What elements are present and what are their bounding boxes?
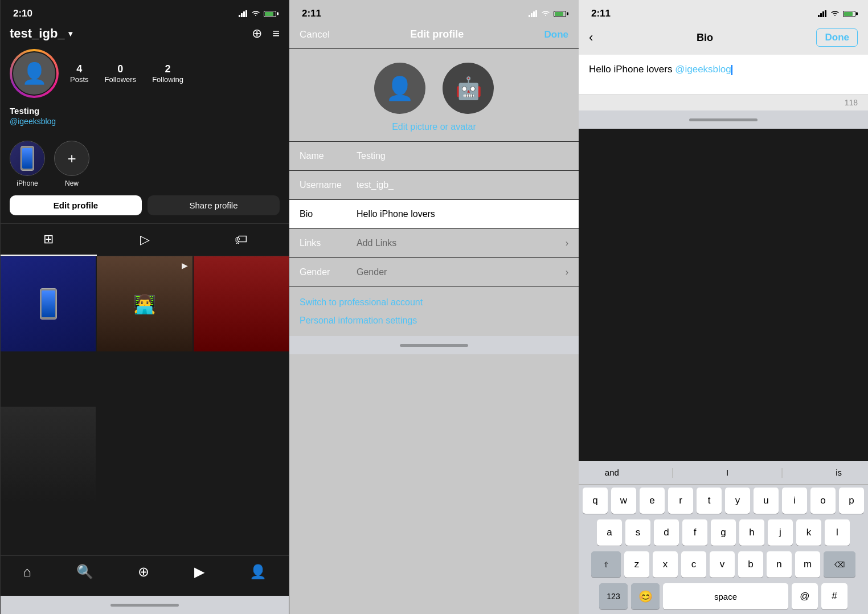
key-l[interactable]: l: [825, 519, 850, 546]
edit-field-bio[interactable]: Bio Hello iPhone lovers: [289, 200, 579, 229]
key-t[interactable]: t: [697, 488, 722, 514]
bio-mention-text: @igeeksblog: [675, 64, 731, 75]
suggestion-i[interactable]: I: [726, 468, 728, 477]
edit-avatar-section: 👤 🤖 Edit picture or avatar: [289, 49, 579, 142]
grid-post-4[interactable]: [1, 407, 96, 502]
battery-icon-1: [264, 11, 276, 17]
suggestion-is[interactable]: is: [836, 468, 842, 477]
field-placeholder-links: Add Links: [357, 238, 566, 248]
wifi-icon-1: [251, 10, 260, 17]
space-key[interactable]: space: [663, 583, 788, 609]
key-d[interactable]: d: [654, 519, 679, 546]
key-y[interactable]: y: [725, 488, 750, 514]
key-f[interactable]: f: [682, 519, 707, 546]
suggestion-and[interactable]: and: [605, 468, 619, 477]
key-x[interactable]: x: [653, 551, 678, 578]
tab-grid[interactable]: ⊞: [1, 224, 97, 256]
profile-nav-button[interactable]: 👤: [249, 564, 267, 580]
field-label-username: Username: [300, 180, 357, 190]
back-button[interactable]: ‹: [589, 30, 593, 45]
avatar-ring[interactable]: 👤: [10, 49, 59, 98]
stat-followers[interactable]: 0 Followers: [105, 63, 137, 84]
svg-rect-5: [531, 13, 533, 17]
username-display[interactable]: test_igb_ ▾: [10, 26, 72, 41]
grid-post-3[interactable]: [194, 256, 289, 351]
tab-reels[interactable]: ▷: [97, 224, 193, 256]
edit-profile-panel: 2:11 Cancel Edit profile Done: [289, 0, 579, 614]
profile-handle[interactable]: @igeeksblog: [10, 117, 280, 126]
home-nav-button[interactable]: ⌂: [23, 564, 31, 580]
key-i[interactable]: i: [782, 488, 807, 514]
edit-field-links[interactable]: Links Add Links ›: [289, 229, 579, 258]
key-j[interactable]: j: [768, 519, 793, 546]
numbers-key[interactable]: 123: [599, 583, 628, 609]
key-g[interactable]: g: [711, 519, 736, 546]
key-s[interactable]: s: [625, 519, 650, 546]
key-b[interactable]: b: [738, 551, 763, 578]
edit-profile-button[interactable]: Edit profile: [10, 195, 142, 215]
edit-picture-link[interactable]: Edit picture or avatar: [392, 122, 476, 132]
avatar-person-icon: 👤: [22, 62, 47, 85]
bio-header: ‹ Bio Done: [579, 24, 868, 55]
key-u[interactable]: u: [754, 488, 779, 514]
menu-icon[interactable]: ≡: [272, 26, 280, 41]
key-a[interactable]: a: [597, 519, 622, 546]
highlight-new[interactable]: + New: [54, 141, 89, 187]
highlight-add-circle[interactable]: +: [54, 141, 89, 176]
status-icons-3: [818, 10, 855, 17]
key-k[interactable]: k: [796, 519, 821, 546]
emoji-key[interactable]: 😊: [631, 583, 660, 609]
grid-post-2[interactable]: ▶ 👨‍💻: [97, 256, 192, 351]
key-w[interactable]: w: [611, 488, 636, 514]
delete-key[interactable]: ⌫: [824, 551, 855, 578]
suggestion-divider-1: |: [672, 466, 674, 478]
key-h[interactable]: h: [739, 519, 764, 546]
grid-post-1[interactable]: [1, 256, 96, 351]
hash-key[interactable]: #: [821, 583, 847, 609]
shift-key[interactable]: ⇧: [591, 551, 621, 578]
svg-rect-8: [818, 15, 820, 17]
bio-input-area[interactable]: Hello iPhone lovers @igeeksblog: [579, 55, 868, 95]
key-m[interactable]: m: [795, 551, 820, 578]
svg-rect-2: [243, 11, 245, 17]
key-o[interactable]: o: [810, 488, 836, 514]
key-e[interactable]: e: [640, 488, 665, 514]
svg-rect-6: [533, 11, 535, 17]
home-indicator-2: [289, 336, 579, 354]
following-count: 2: [165, 63, 171, 75]
cancel-button[interactable]: Cancel: [300, 29, 330, 40]
key-n[interactable]: n: [767, 551, 792, 578]
field-value-username: test_igb_: [357, 180, 568, 190]
at-key[interactable]: @: [792, 583, 818, 609]
key-q[interactable]: q: [583, 488, 608, 514]
bio-title: Bio: [697, 32, 713, 44]
personal-info-link[interactable]: Personal information settings: [300, 316, 568, 326]
edit-field-name[interactable]: Name Testing: [289, 142, 579, 171]
key-p[interactable]: p: [839, 488, 864, 514]
professional-account-link[interactable]: Switch to professional account: [300, 297, 568, 308]
create-nav-button[interactable]: ⊕: [138, 564, 149, 580]
avatar-emoji[interactable]: 🤖: [443, 63, 494, 114]
add-post-icon[interactable]: ⊕: [252, 26, 262, 41]
edit-profile-avatar[interactable]: 👤: [374, 63, 425, 114]
tab-tagged[interactable]: 🏷: [193, 224, 289, 256]
done-button-panel2[interactable]: Done: [544, 29, 568, 40]
chevron-down-icon: ▾: [68, 29, 72, 38]
profile-name: Testing: [10, 106, 280, 116]
done-button-panel3[interactable]: Done: [816, 28, 858, 47]
share-profile-button[interactable]: Share profile: [148, 195, 280, 215]
key-r[interactable]: r: [668, 488, 693, 514]
highlight-iphone[interactable]: iPhone: [10, 141, 45, 187]
key-c[interactable]: c: [681, 551, 706, 578]
keyboard-suggestions: and | I | is: [579, 461, 868, 485]
edit-field-username[interactable]: Username test_igb_: [289, 171, 579, 200]
status-bar-1: 2:10: [1, 0, 289, 24]
stat-posts[interactable]: 4 Posts: [70, 63, 89, 84]
reels-nav-button[interactable]: ▶: [194, 564, 204, 580]
following-label: Following: [152, 75, 183, 84]
stat-following[interactable]: 2 Following: [152, 63, 183, 84]
search-nav-button[interactable]: 🔍: [76, 564, 93, 580]
key-v[interactable]: v: [710, 551, 735, 578]
key-z[interactable]: z: [624, 551, 649, 578]
edit-field-gender[interactable]: Gender Gender ›: [289, 258, 579, 287]
